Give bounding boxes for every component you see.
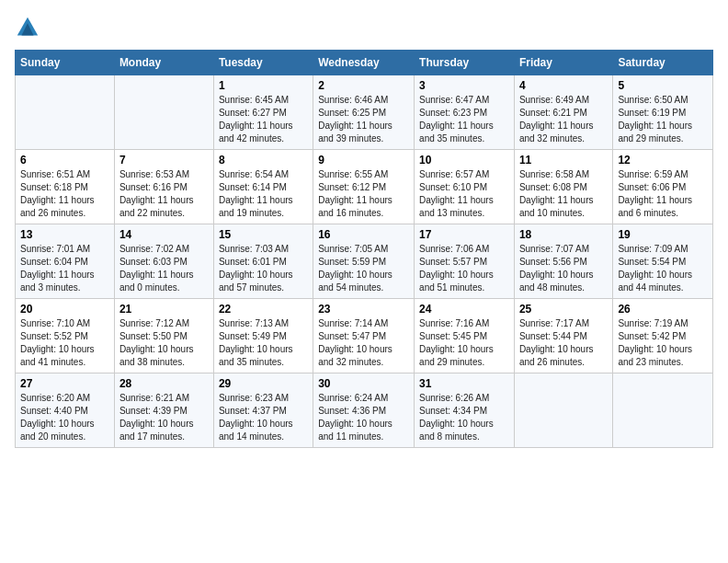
day-info: Sunrise: 6:51 AM Sunset: 6:18 PM Dayligh…	[20, 168, 109, 220]
calendar-cell: 15Sunrise: 7:03 AM Sunset: 6:01 PM Dayli…	[213, 224, 313, 299]
day-info: Sunrise: 7:06 AM Sunset: 5:57 PM Dayligh…	[419, 243, 509, 294]
day-number: 11	[519, 154, 608, 167]
calendar-week-row: 13Sunrise: 7:01 AM Sunset: 6:04 PM Dayli…	[16, 224, 713, 299]
day-info: Sunrise: 7:05 AM Sunset: 5:59 PM Dayligh…	[318, 243, 409, 294]
day-info: Sunrise: 7:19 AM Sunset: 5:42 PM Dayligh…	[618, 317, 708, 369]
day-number: 21	[119, 303, 209, 316]
weekday-header-cell: Tuesday	[213, 51, 313, 75]
day-info: Sunrise: 6:58 AM Sunset: 6:08 PM Dayligh…	[519, 168, 608, 220]
weekday-header-cell: Monday	[114, 51, 213, 75]
calendar-cell: 16Sunrise: 7:05 AM Sunset: 5:59 PM Dayli…	[313, 224, 415, 299]
calendar-cell: 3Sunrise: 6:47 AM Sunset: 6:23 PM Daylig…	[415, 75, 515, 150]
calendar-cell: 14Sunrise: 7:02 AM Sunset: 6:03 PM Dayli…	[114, 224, 213, 299]
day-info: Sunrise: 6:55 AM Sunset: 6:12 PM Dayligh…	[318, 168, 409, 220]
calendar-cell: 9Sunrise: 6:55 AM Sunset: 6:12 PM Daylig…	[313, 150, 415, 224]
day-info: Sunrise: 6:57 AM Sunset: 6:10 PM Dayligh…	[419, 168, 509, 220]
calendar-cell: 18Sunrise: 7:07 AM Sunset: 5:56 PM Dayli…	[514, 224, 612, 299]
day-number: 26	[618, 303, 708, 316]
day-number: 6	[20, 154, 109, 167]
day-number: 17	[419, 228, 509, 241]
day-info: Sunrise: 6:54 AM Sunset: 6:14 PM Dayligh…	[219, 168, 308, 220]
day-number: 31	[419, 377, 509, 390]
day-info: Sunrise: 7:03 AM Sunset: 6:01 PM Dayligh…	[219, 243, 308, 294]
calendar-cell: 26Sunrise: 7:19 AM Sunset: 5:42 PM Dayli…	[613, 299, 713, 373]
calendar-cell	[114, 75, 213, 150]
day-info: Sunrise: 6:20 AM Sunset: 4:40 PM Dayligh…	[20, 392, 109, 443]
day-info: Sunrise: 6:47 AM Sunset: 6:23 PM Dayligh…	[419, 94, 509, 145]
calendar-cell: 8Sunrise: 6:54 AM Sunset: 6:14 PM Daylig…	[213, 150, 313, 224]
calendar-cell	[514, 373, 612, 448]
day-number: 12	[618, 154, 708, 167]
day-info: Sunrise: 6:45 AM Sunset: 6:27 PM Dayligh…	[219, 94, 308, 145]
calendar-cell: 28Sunrise: 6:21 AM Sunset: 4:39 PM Dayli…	[114, 373, 213, 448]
calendar-cell: 24Sunrise: 7:16 AM Sunset: 5:45 PM Dayli…	[415, 299, 515, 373]
day-number: 13	[20, 228, 109, 241]
day-number: 25	[519, 303, 608, 316]
day-number: 27	[20, 377, 109, 390]
day-info: Sunrise: 7:02 AM Sunset: 6:03 PM Dayligh…	[119, 243, 209, 294]
day-number: 8	[219, 154, 308, 167]
day-info: Sunrise: 7:12 AM Sunset: 5:50 PM Dayligh…	[119, 317, 209, 369]
calendar-week-row: 20Sunrise: 7:10 AM Sunset: 5:52 PM Dayli…	[16, 299, 713, 373]
day-number: 28	[119, 377, 209, 390]
day-number: 4	[519, 79, 608, 92]
calendar-cell: 4Sunrise: 6:49 AM Sunset: 6:21 PM Daylig…	[514, 75, 612, 150]
calendar-cell: 23Sunrise: 7:14 AM Sunset: 5:47 PM Dayli…	[313, 299, 415, 373]
day-number: 14	[119, 228, 209, 241]
calendar-cell: 22Sunrise: 7:13 AM Sunset: 5:49 PM Dayli…	[213, 299, 313, 373]
day-number: 16	[318, 228, 409, 241]
day-number: 15	[219, 228, 308, 241]
day-number: 5	[618, 79, 708, 92]
day-info: Sunrise: 6:24 AM Sunset: 4:36 PM Dayligh…	[318, 392, 409, 443]
calendar-cell: 17Sunrise: 7:06 AM Sunset: 5:57 PM Dayli…	[415, 224, 515, 299]
day-info: Sunrise: 7:17 AM Sunset: 5:44 PM Dayligh…	[519, 317, 608, 369]
calendar-cell: 20Sunrise: 7:10 AM Sunset: 5:52 PM Dayli…	[16, 299, 115, 373]
calendar-cell	[16, 75, 115, 150]
day-info: Sunrise: 7:10 AM Sunset: 5:52 PM Dayligh…	[20, 317, 109, 369]
day-number: 20	[20, 303, 109, 316]
day-info: Sunrise: 7:09 AM Sunset: 5:54 PM Dayligh…	[618, 243, 708, 294]
page-header	[15, 15, 713, 40]
calendar-week-row: 27Sunrise: 6:20 AM Sunset: 4:40 PM Dayli…	[16, 373, 713, 448]
day-number: 7	[119, 154, 209, 167]
day-number: 24	[419, 303, 509, 316]
day-number: 1	[219, 79, 308, 92]
weekday-header-cell: Wednesday	[313, 51, 415, 75]
calendar-cell	[613, 373, 713, 448]
calendar-cell: 27Sunrise: 6:20 AM Sunset: 4:40 PM Dayli…	[16, 373, 115, 448]
day-info: Sunrise: 6:26 AM Sunset: 4:34 PM Dayligh…	[419, 392, 509, 443]
day-info: Sunrise: 6:53 AM Sunset: 6:16 PM Dayligh…	[119, 168, 209, 220]
day-number: 9	[318, 154, 409, 167]
day-number: 23	[318, 303, 409, 316]
day-info: Sunrise: 6:50 AM Sunset: 6:19 PM Dayligh…	[618, 94, 708, 145]
day-info: Sunrise: 7:16 AM Sunset: 5:45 PM Dayligh…	[419, 317, 509, 369]
calendar-cell: 12Sunrise: 6:59 AM Sunset: 6:06 PM Dayli…	[613, 150, 713, 224]
weekday-header-cell: Thursday	[415, 51, 515, 75]
day-info: Sunrise: 6:46 AM Sunset: 6:25 PM Dayligh…	[318, 94, 409, 145]
calendar-cell: 29Sunrise: 6:23 AM Sunset: 4:37 PM Dayli…	[213, 373, 313, 448]
calendar-week-row: 6Sunrise: 6:51 AM Sunset: 6:18 PM Daylig…	[16, 150, 713, 224]
calendar-cell: 6Sunrise: 6:51 AM Sunset: 6:18 PM Daylig…	[16, 150, 115, 224]
day-info: Sunrise: 6:59 AM Sunset: 6:06 PM Dayligh…	[618, 168, 708, 220]
day-info: Sunrise: 7:14 AM Sunset: 5:47 PM Dayligh…	[318, 317, 409, 369]
day-info: Sunrise: 7:07 AM Sunset: 5:56 PM Dayligh…	[519, 243, 608, 294]
day-info: Sunrise: 7:13 AM Sunset: 5:49 PM Dayligh…	[219, 317, 308, 369]
calendar-table: SundayMondayTuesdayWednesdayThursdayFrid…	[15, 50, 713, 448]
day-info: Sunrise: 7:01 AM Sunset: 6:04 PM Dayligh…	[20, 243, 109, 294]
logo	[15, 15, 44, 40]
weekday-header-cell: Sunday	[16, 51, 115, 75]
calendar-cell: 31Sunrise: 6:26 AM Sunset: 4:34 PM Dayli…	[415, 373, 515, 448]
calendar-cell: 7Sunrise: 6:53 AM Sunset: 6:16 PM Daylig…	[114, 150, 213, 224]
calendar-body: 1Sunrise: 6:45 AM Sunset: 6:27 PM Daylig…	[16, 75, 713, 448]
day-info: Sunrise: 6:49 AM Sunset: 6:21 PM Dayligh…	[519, 94, 608, 145]
day-info: Sunrise: 6:23 AM Sunset: 4:37 PM Dayligh…	[219, 392, 308, 443]
calendar-cell: 25Sunrise: 7:17 AM Sunset: 5:44 PM Dayli…	[514, 299, 612, 373]
weekday-header-cell: Friday	[514, 51, 612, 75]
calendar-cell: 1Sunrise: 6:45 AM Sunset: 6:27 PM Daylig…	[213, 75, 313, 150]
calendar-cell: 10Sunrise: 6:57 AM Sunset: 6:10 PM Dayli…	[415, 150, 515, 224]
calendar-cell: 11Sunrise: 6:58 AM Sunset: 6:08 PM Dayli…	[514, 150, 612, 224]
calendar-cell: 19Sunrise: 7:09 AM Sunset: 5:54 PM Dayli…	[613, 224, 713, 299]
weekday-header-cell: Saturday	[613, 51, 713, 75]
logo-icon	[15, 15, 40, 40]
calendar-cell: 13Sunrise: 7:01 AM Sunset: 6:04 PM Dayli…	[16, 224, 115, 299]
